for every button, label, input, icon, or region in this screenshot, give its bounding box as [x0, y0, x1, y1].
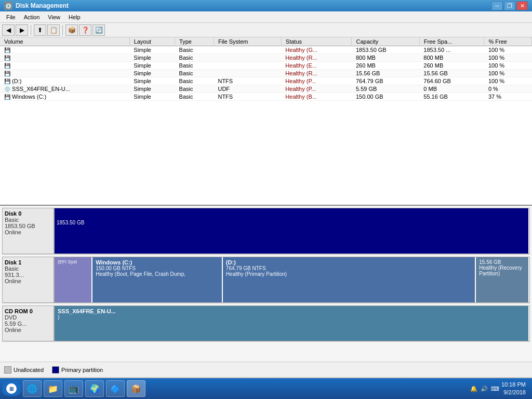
cell-pct-5: 0 % [484, 85, 532, 93]
taskbar-explorer[interactable]: 📁 [44, 380, 62, 397]
taskbar-network[interactable]: 🌍 [85, 380, 104, 397]
table-row[interactable]: 💾 (D:) Simple Basic NTFS Healthy (P... 7… [0, 77, 532, 85]
restore-button[interactable]: ❐ [504, 1, 515, 10]
toolbar-help[interactable]: ❓ [79, 24, 91, 36]
table-row[interactable]: 💾 Simple Basic Healthy (G... 1853.50 GB … [0, 46, 532, 54]
cell-pct-6: 37 % [484, 93, 532, 101]
toolbar-back[interactable]: ◀ [2, 24, 15, 36]
menu-file[interactable]: File [2, 13, 20, 21]
table-row[interactable]: 💾 Simple Basic Healthy (R... 800 MB 800 … [0, 54, 532, 62]
disk-label-0[interactable]: Disk 0 Basic 1853.50 GB Online [2, 208, 54, 254]
close-button[interactable]: ✕ [516, 1, 528, 10]
cell-volume-3: 💾 [0, 70, 129, 77]
cdrom-id: CD ROM 0 [5, 308, 51, 314]
disk-area[interactable]: Disk 0 Basic 1853.50 GB Online 1853.50 G… [0, 206, 532, 362]
cell-pct-2: 100 % [484, 62, 532, 70]
col-type[interactable]: Type [175, 37, 214, 46]
toolbar: ◀ ▶ ⬆ 📋 📦 ❓ 🔄 [0, 23, 532, 37]
menu-view[interactable]: View [44, 13, 64, 21]
cell-free-4: 764.60 GB [419, 77, 484, 85]
disk-label-cdrom[interactable]: CD ROM 0 DVD 5.59 G... Online [2, 305, 54, 341]
disk-label-1[interactable]: Disk 1 Basic 931.3... Online [2, 257, 54, 303]
taskbar-ie[interactable]: 🌐 [23, 380, 42, 397]
col-fs[interactable]: File System [214, 37, 281, 46]
disk-1-efi[interactable]: (EFI Syst [55, 257, 92, 302]
disk-1-windows-c[interactable]: Windows (C:) 150.00 GB NTFS Healthy (Boo… [92, 257, 223, 302]
cell-capacity-5: 5.59 GB [352, 85, 419, 93]
taskbar-disk-mgmt[interactable]: 📦 [127, 380, 145, 397]
cell-status-6: Healthy (B... [281, 93, 352, 101]
tray-volume-icon: 🔊 [481, 385, 488, 392]
col-capacity[interactable]: Capacity [352, 37, 419, 46]
table-row[interactable]: 💿 SSS_X64FRE_EN-U... Simple Basic UDF He… [0, 85, 532, 93]
table-row[interactable]: 💾 Simple Basic Healthy (E... 260 MB 260 … [0, 62, 532, 70]
legend-primary-label: Primary partition [61, 367, 103, 373]
volume-icon-5: 💿 [4, 86, 10, 92]
cell-type-0: Basic [175, 46, 214, 54]
toolbar-refresh[interactable]: 🔄 [92, 24, 105, 36]
disk-1-recovery[interactable]: 15.56 GB Healthy (Recovery Partition) [476, 257, 529, 302]
volume-table-area[interactable]: Volume Layout Type File System Status Ca… [0, 37, 532, 206]
main-content: Volume Layout Type File System Status Ca… [0, 37, 532, 377]
cdrom-dvd-name: SSS_X64FRE_EN-U... [58, 308, 525, 314]
cell-volume-2: 💾 [0, 62, 129, 70]
system-clock[interactable]: 10:18 PM 9/2/2018 [501, 381, 526, 397]
menu-bar: File Action View Help [0, 11, 532, 23]
taskbar-settings[interactable]: 🔷 [106, 380, 125, 397]
col-volume[interactable]: Volume [0, 37, 129, 46]
menu-help[interactable]: Help [64, 13, 85, 21]
toolbar-up[interactable]: ⬆ [34, 24, 46, 36]
disk-1-d-status: Healthy (Primary Partition) [226, 271, 472, 277]
table-row[interactable]: 💾 Simple Basic Healthy (R... 15.56 GB 15… [0, 70, 532, 77]
window-title: Disk Management [16, 2, 69, 9]
windows-logo: ⊞ [6, 383, 17, 394]
volume-table: Volume Layout Type File System Status Ca… [0, 37, 532, 101]
minimize-button[interactable]: ─ [491, 1, 503, 10]
cdrom-dvd-partition[interactable]: SSS_X64FRE_EN-U... ) [55, 306, 529, 341]
system-tray: 🔔 🔊 ⌨ [470, 385, 499, 392]
volume-icon-3: 💾 [4, 71, 10, 76]
disk-1-c-size: 150.00 GB NTFS [96, 265, 219, 271]
cell-free-3: 15.56 GB [419, 70, 484, 77]
disk-1-type: Basic [5, 265, 51, 272]
disk-row-cdrom: CD ROM 0 DVD 5.59 G... Online SSS_X64FRE… [2, 305, 530, 342]
cell-fs-5: UDF [214, 85, 281, 93]
cell-pct-3: 100 % [484, 70, 532, 77]
toolbar-properties[interactable]: 📦 [65, 24, 78, 36]
cell-layout-6: Simple [129, 93, 175, 101]
disk-0-status: Online [5, 229, 51, 235]
cell-layout-2: Simple [129, 62, 175, 70]
legend-primary-box [52, 366, 59, 374]
cell-layout-0: Simple [129, 46, 175, 54]
cell-free-5: 0 MB [419, 85, 484, 93]
disk-1-size: 931.3... [5, 272, 51, 278]
taskbar-media[interactable]: 📺 [64, 380, 83, 397]
disk-0-partitions: 1853.50 GB [54, 208, 530, 254]
toolbar-forward[interactable]: ▶ [16, 24, 28, 36]
col-layout[interactable]: Layout [129, 37, 175, 46]
cell-layout-4: Simple [129, 77, 175, 85]
cell-volume-6: 💾 Windows (C:) [0, 93, 129, 101]
taskbar-right: 🔔 🔊 ⌨ 10:18 PM 9/2/2018 [470, 381, 530, 397]
disk-1-d[interactable]: (D:) 764.79 GB NTFS Healthy (Primary Par… [223, 257, 476, 302]
clock-date: 9/2/2018 [501, 389, 526, 396]
disk-1-id: Disk 1 [5, 259, 51, 265]
menu-action[interactable]: Action [20, 13, 44, 21]
start-button[interactable]: ⊞ [2, 381, 21, 396]
volume-icon-4: 💾 [4, 78, 10, 84]
col-free[interactable]: Free Spa... [419, 37, 484, 46]
col-pct[interactable]: % Free [484, 37, 532, 46]
cdrom-dvd-status: ) [58, 314, 525, 320]
cell-type-2: Basic [175, 62, 214, 70]
cell-volume-1: 💾 [0, 54, 129, 62]
disk-0-partition-main[interactable]: 1853.50 GB [55, 208, 529, 254]
cell-type-1: Basic [175, 54, 214, 62]
table-row[interactable]: 💾 Windows (C:) Simple Basic NTFS Healthy… [0, 93, 532, 101]
cell-free-0: 1853.50 ... [419, 46, 484, 54]
disk-1-partitions: (EFI Syst Windows (C:) 150.00 GB NTFS He… [54, 257, 530, 303]
toolbar-show-hide[interactable]: 📋 [47, 24, 60, 36]
legend-primary: Primary partition [52, 366, 103, 374]
cell-layout-1: Simple [129, 54, 175, 62]
col-status[interactable]: Status [281, 37, 352, 46]
cell-volume-0: 💾 [0, 46, 129, 54]
